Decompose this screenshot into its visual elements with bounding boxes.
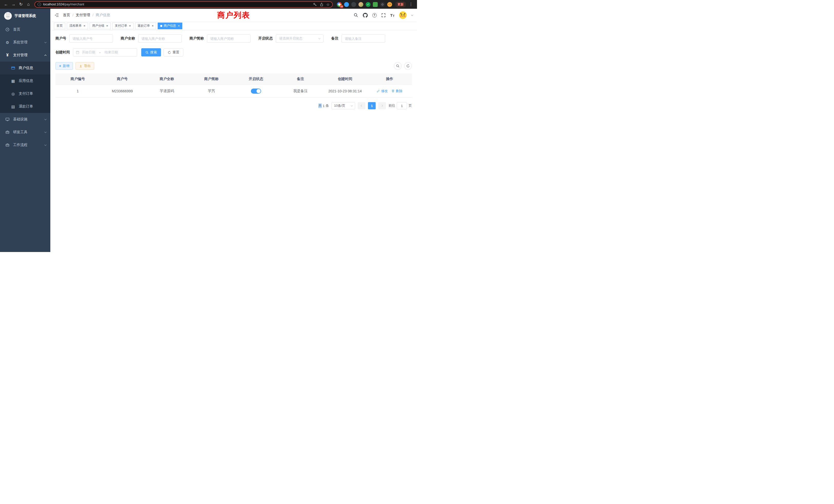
merchant-no-input[interactable]: [69, 35, 113, 43]
cell-create-time: 2021-10-23 08:31:14: [323, 89, 368, 93]
reload-icon[interactable]: ↻: [18, 2, 24, 6]
sidebar-item-workflow[interactable]: 工作流程: [0, 139, 50, 152]
github-icon[interactable]: [363, 13, 368, 18]
edit-link[interactable]: 修改: [377, 89, 388, 93]
tab-label: 流程表单: [69, 24, 82, 28]
status-select[interactable]: 请选择开启状态: [276, 35, 324, 43]
close-icon[interactable]: ×: [106, 24, 108, 27]
extension-green-square-icon[interactable]: [373, 2, 378, 7]
sidebar-item-refund-orders[interactable]: ▤ 退款订单: [0, 100, 50, 113]
filter-label: 开启状态: [258, 36, 273, 41]
extension-check-icon[interactable]: ✓: [366, 2, 371, 7]
close-icon[interactable]: ×: [129, 24, 131, 27]
fullscreen-icon[interactable]: [381, 13, 386, 18]
extension-pinwheel-icon[interactable]: 10: [337, 2, 342, 7]
avatar-dropdown-chevron-icon[interactable]: [411, 14, 413, 16]
tab-pay-orders[interactable]: 支付订单×: [112, 23, 133, 29]
column-header: 备注: [278, 77, 323, 81]
breadcrumb-home[interactable]: 首页: [63, 13, 70, 18]
app-logo[interactable]: 芋道管理系统: [0, 9, 50, 23]
back-icon[interactable]: ←: [3, 2, 9, 6]
tab-user-group[interactable]: 用户分组×: [90, 23, 111, 29]
close-icon[interactable]: ×: [178, 24, 180, 27]
breadcrumb-payment[interactable]: 支付管理: [76, 13, 90, 18]
page-number-button[interactable]: 1: [368, 102, 376, 109]
goto-page-input[interactable]: [397, 102, 407, 109]
url-bar[interactable]: i localhost:1024/pay/merchant ☆: [35, 1, 333, 8]
sidebar-item-pay-orders[interactable]: ◎ 支付订单: [0, 87, 50, 100]
extension-dark-icon[interactable]: [351, 2, 356, 7]
reset-button[interactable]: 重置: [163, 48, 183, 56]
filter-label: 备注: [331, 36, 338, 41]
delete-link[interactable]: 删除: [391, 89, 402, 93]
goto-label: 前往: [389, 104, 395, 108]
bookmark-star-icon[interactable]: ☆: [326, 3, 330, 6]
browser-menu-icon[interactable]: ⋮: [408, 2, 414, 6]
site-info-icon[interactable]: i: [38, 3, 41, 6]
search-icon: [145, 51, 149, 54]
tab-merchant-info[interactable]: 商户信息×: [158, 23, 182, 29]
tab-label: 商户信息: [163, 24, 176, 28]
sidebar-item-app-info[interactable]: ▦ 应用信息: [0, 74, 50, 87]
url-text: localhost:1024/pay/merchant: [43, 3, 84, 6]
edit-link-label: 修改: [381, 89, 388, 93]
status-toggle[interactable]: [251, 89, 261, 94]
sidebar-item-system[interactable]: ⚙ 系统管理: [0, 36, 50, 49]
dashboard-icon: [5, 27, 10, 31]
breadcrumb-current: 商户信息: [96, 13, 110, 18]
sidebar-item-home[interactable]: 首页: [0, 23, 50, 36]
refresh-table-button[interactable]: [404, 62, 412, 70]
chevron-down-icon: [319, 37, 321, 39]
sidebar-item-payment[interactable]: ¥ 支付管理: [0, 49, 50, 62]
extension-knot-icon[interactable]: [380, 2, 385, 7]
sidebar-item-label: 研发工具: [13, 130, 45, 135]
forward-icon[interactable]: →: [10, 2, 17, 6]
extension-avatar-icon[interactable]: [358, 2, 363, 7]
home-icon[interactable]: ⌂: [25, 2, 32, 6]
font-size-large-glyph: T: [390, 13, 393, 18]
browser-update-button[interactable]: 更新: [395, 2, 406, 7]
reset-button-label: 重置: [173, 50, 179, 55]
search-icon[interactable]: [354, 13, 358, 18]
tab-process-form[interactable]: 流程表单×: [67, 23, 88, 29]
share-icon[interactable]: [320, 3, 324, 6]
chevron-down-icon: [44, 41, 46, 43]
extension-blue-icon[interactable]: [344, 2, 349, 7]
help-icon[interactable]: ?: [372, 13, 377, 18]
check-glyph: ✓: [367, 3, 369, 6]
password-key-icon[interactable]: [313, 3, 317, 6]
add-button[interactable]: + 新增: [56, 62, 73, 70]
select-placeholder: 请选择开启状态: [279, 36, 303, 41]
prev-page-button[interactable]: [358, 102, 366, 109]
breadcrumb-separator: /: [72, 13, 73, 17]
sidebar-item-label: 支付管理: [13, 53, 45, 58]
font-size-icon[interactable]: TT: [390, 13, 394, 18]
close-icon[interactable]: ×: [152, 24, 154, 27]
sidebar-item-infrastructure[interactable]: 基础设施: [0, 113, 50, 126]
close-icon[interactable]: ×: [84, 24, 86, 27]
navbar-actions: ? TT: [354, 11, 413, 19]
sidebar-toggle-icon[interactable]: [54, 13, 59, 18]
user-avatar[interactable]: [399, 11, 407, 19]
plus-icon: +: [59, 64, 61, 68]
export-button[interactable]: 导出: [75, 62, 94, 70]
date-range-picker[interactable]: 开始日期 - 结束日期: [73, 48, 137, 56]
full-name-input[interactable]: [138, 35, 182, 43]
sidebar-item-merchant-info[interactable]: 商户信息: [0, 62, 50, 74]
filter-short-name: 商户简称: [190, 35, 250, 43]
search-button[interactable]: 搜索: [141, 48, 161, 56]
page-size-label: 10条/页: [334, 104, 345, 108]
toggle-search-button[interactable]: [394, 62, 401, 70]
goto-unit: 页: [409, 104, 412, 108]
credit-card-icon: [11, 66, 16, 70]
tab-home[interactable]: 首页: [54, 23, 65, 29]
page-size-select[interactable]: 10条/页: [331, 102, 355, 109]
tab-refund-orders[interactable]: 退款订单×: [135, 23, 156, 29]
sidebar-item-dev-tools[interactable]: 研发工具: [0, 126, 50, 139]
remark-input[interactable]: [342, 35, 385, 43]
column-header: 开启状态: [234, 77, 278, 81]
short-name-input[interactable]: [207, 35, 250, 43]
date-separator: -: [100, 50, 101, 54]
extension-face-icon[interactable]: [387, 2, 392, 7]
next-page-button[interactable]: [378, 102, 386, 109]
